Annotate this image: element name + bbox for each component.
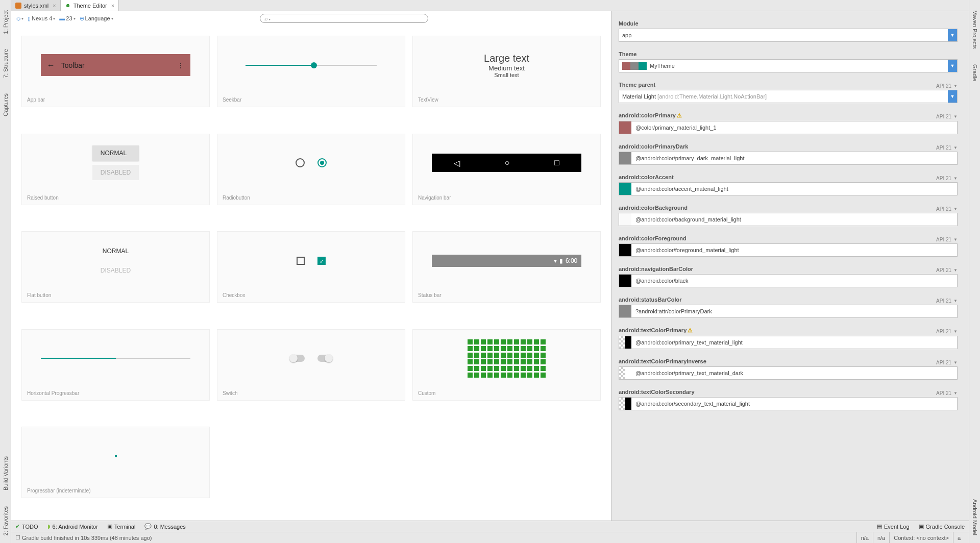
api-tag[interactable]: API 21▼ — [936, 83, 958, 89]
theme-select[interactable]: MyTheme ▼ — [619, 59, 958, 72]
attr-value-field[interactable]: @android:color/background_material_light — [619, 213, 958, 226]
nav-recent-icon: □ — [554, 158, 559, 167]
rail-project[interactable]: 1: Project — [2, 3, 10, 41]
rail-gradle[interactable]: Gradle — [971, 57, 979, 89]
attr-value-text: @android:color/foreground_material_light — [635, 247, 739, 253]
nav-home-icon: ○ — [505, 158, 510, 167]
custom-grid-icon — [468, 339, 546, 378]
chevron-down-icon[interactable]: ▼ — [948, 29, 957, 41]
attr-value-text: @android:color/black — [635, 278, 689, 284]
back-arrow-icon: ← — [47, 61, 55, 70]
rail-favorites[interactable]: 2: Favorites — [2, 499, 10, 543]
attr-value-field[interactable]: @android:color/secondary_text_material_l… — [619, 397, 958, 410]
attr-value-field[interactable]: @android:color/black — [619, 274, 958, 287]
status-misc[interactable]: a — [953, 532, 965, 543]
rail-captures[interactable]: Captures — [2, 86, 10, 124]
api-tag[interactable]: API 21▼ — [936, 114, 958, 119]
attr-row: android:colorBackgroundAPI 21▼@android:c… — [619, 205, 958, 226]
bottom-tool-bar: ✔TODO ◗6: Android Monitor ▣Terminal 💬0: … — [11, 521, 969, 532]
editor-tabs: styles.xml × Theme Editor × — [11, 0, 969, 11]
preview-hprogress[interactable]: Horizontal Progressbar — [21, 329, 210, 401]
theme-swatches — [622, 62, 647, 70]
api-tag[interactable]: API 21▼ — [936, 360, 958, 365]
attr-value-field[interactable]: @android:color/primary_text_material_dar… — [619, 366, 958, 380]
attr-value-field[interactable]: ?android:attr/colorPrimaryDark — [619, 305, 958, 318]
tab-theme-editor[interactable]: Theme Editor × — [61, 0, 119, 11]
preview-search-input[interactable] — [274, 15, 424, 21]
api-tag[interactable]: API 21▼ — [936, 176, 958, 181]
attr-row: android:statusBarColorAPI 21▼?android:at… — [619, 297, 958, 318]
properties-pane: Module app ▼ Theme MyTheme ▼ — [611, 11, 969, 521]
preview-flat-button[interactable]: NORMAL DISABLED Flat button — [21, 231, 210, 303]
preview-checkbox[interactable]: ✓ Checkbox — [217, 231, 405, 303]
search-icon: ⌕▾ — [264, 15, 272, 21]
wifi-icon: ▾ — [554, 257, 557, 264]
close-icon[interactable]: × — [111, 3, 114, 9]
android-monitor-button[interactable]: ◗6: Android Monitor — [47, 523, 98, 530]
module-select[interactable]: app ▼ — [619, 29, 958, 42]
api-tag[interactable]: API 21▼ — [936, 267, 958, 273]
rail-build-variants[interactable]: Build Variants — [2, 449, 10, 498]
color-swatch-icon — [625, 367, 631, 379]
attr-value-text: @color/primary_material_light_1 — [635, 125, 717, 131]
todo-button[interactable]: ✔TODO — [15, 523, 38, 530]
preview-textview[interactable]: Large text Medium text Small text TextVi… — [412, 36, 601, 107]
attr-value-field[interactable]: @android:color/accent_material_light — [619, 182, 958, 195]
module-label: Module — [619, 20, 958, 27]
close-icon[interactable]: × — [53, 3, 56, 9]
api-tag[interactable]: API 21▼ — [936, 145, 958, 151]
preview-radiobutton[interactable]: Radiobutton — [217, 134, 405, 205]
orientation-picker[interactable]: ◇▾ — [16, 15, 23, 22]
event-log-button[interactable]: ▤Event Log — [877, 523, 910, 530]
chevron-down-icon[interactable]: ▼ — [948, 90, 957, 103]
tab-styles-xml[interactable]: styles.xml × — [11, 0, 61, 11]
preview-search[interactable]: ⌕▾ — [260, 14, 428, 23]
api-tag[interactable]: API 21▼ — [936, 298, 958, 304]
checkbox-checked-icon: ✓ — [317, 257, 326, 265]
api-tag[interactable]: API 21▼ — [936, 390, 958, 396]
attr-value-field[interactable]: @android:color/foreground_material_light — [619, 243, 958, 257]
api-tag[interactable]: API 21▼ — [936, 329, 958, 334]
xml-file-icon — [15, 3, 21, 9]
attr-row: android:colorForegroundAPI 21▼@android:c… — [619, 235, 958, 257]
attr-name: android:textColorPrimary⚠ — [619, 327, 693, 334]
attr-row: android:navigationBarColorAPI 21▼@androi… — [619, 266, 958, 287]
chevron-down-icon[interactable]: ▼ — [948, 60, 957, 72]
theme-editor-icon — [65, 3, 71, 9]
attr-value-text: @android:color/accent_material_light — [635, 186, 728, 192]
preview-seekbar[interactable]: Seekbar — [217, 36, 405, 107]
attr-value-field[interactable]: @android:color/primary_text_material_lig… — [619, 336, 958, 349]
messages-button[interactable]: 💬0: Messages — [144, 523, 185, 530]
api-tag[interactable]: API 21▼ — [936, 206, 958, 212]
preview-custom[interactable]: Custom — [412, 329, 601, 401]
attr-row: android:colorAccentAPI 21▼@android:color… — [619, 174, 958, 195]
status-context[interactable]: Context: <no context> — [889, 532, 953, 543]
preview-statusbar[interactable]: ▾ ▮ 6:00 Status bar — [412, 231, 601, 303]
preview-switch[interactable]: Switch — [217, 329, 405, 401]
api-picker[interactable]: ▬23▾ — [59, 15, 75, 21]
preview-progressbar-indeterminate[interactable]: Progressbar (indeterminate) — [21, 427, 210, 498]
preview-pane: ◇▾ ▯Nexus 4▾ ▬23▾ ⊕Language▾ ⌕▾ — [11, 11, 611, 521]
attr-name: android:textColorPrimaryInverse — [619, 358, 706, 364]
rail-structure[interactable]: 7: Structure — [2, 41, 10, 86]
terminal-button[interactable]: ▣Terminal — [107, 523, 136, 530]
attr-value-field[interactable]: @android:color/primary_dark_material_lig… — [619, 152, 958, 165]
radio-unchecked-icon — [296, 158, 305, 167]
gradle-console-button[interactable]: ▣Gradle Console — [919, 523, 965, 530]
theme-parent-select[interactable]: Material Light [android:Theme.Material.L… — [619, 90, 958, 103]
attr-value-field[interactable]: @color/primary_material_light_1 — [619, 121, 958, 134]
preview-appbar[interactable]: ← Toolbar ⋮ App bar — [21, 36, 210, 107]
switch-off-icon — [290, 355, 305, 362]
color-swatch-icon — [619, 213, 631, 226]
rail-android-model[interactable]: Android Model — [971, 491, 979, 543]
rail-maven[interactable]: Maven Projects — [971, 3, 979, 57]
color-swatch-icon — [619, 305, 631, 317]
device-picker[interactable]: ▯Nexus 4▾ — [28, 15, 55, 22]
locale-picker[interactable]: ⊕Language▾ — [80, 15, 113, 22]
preview-raised-button[interactable]: NORMAL DISABLED Raised button — [21, 134, 210, 205]
preview-navbar[interactable]: ◁ ○ □ Navigation bar — [412, 134, 601, 205]
overflow-icon: ⋮ — [177, 61, 184, 69]
color-swatch-icon — [625, 336, 631, 349]
battery-icon: ▮ — [559, 257, 563, 264]
api-tag[interactable]: API 21▼ — [936, 237, 958, 242]
